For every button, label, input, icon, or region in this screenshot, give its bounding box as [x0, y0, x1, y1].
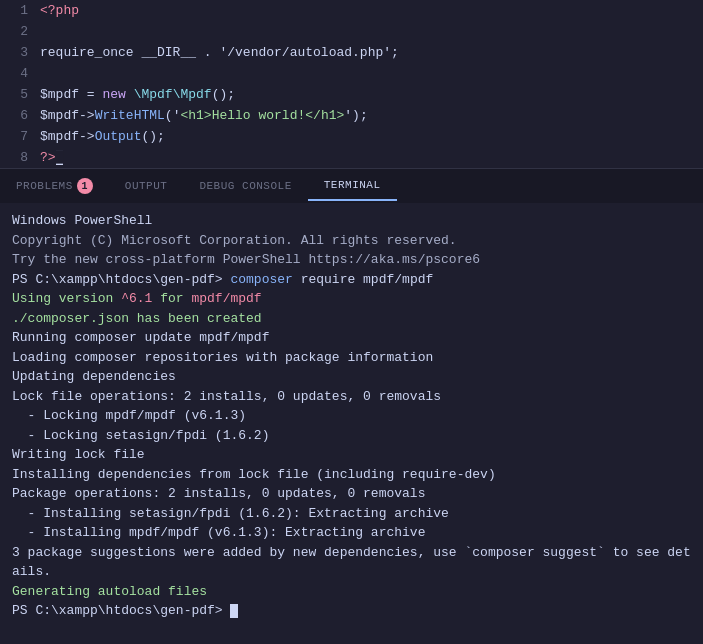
terminal-line: Running composer update mpdf/mpdf: [12, 328, 691, 348]
code-line: 8?>█: [0, 147, 703, 168]
code-line: 2: [0, 21, 703, 42]
terminal-line: Copyright (C) Microsoft Corporation. All…: [12, 231, 691, 251]
panel-tabs-bar: PROBLEMS1OUTPUTDEBUG CONSOLETERMINAL: [0, 168, 703, 203]
line-number: 1: [0, 3, 40, 18]
panel-tab-terminal[interactable]: TERMINAL: [308, 171, 397, 201]
line-content: $mpdf->Output();: [40, 129, 165, 144]
terminal-line: PS C:\xampp\htdocs\gen-pdf> composer req…: [12, 270, 691, 290]
terminal-line: Installing dependencies from lock file (…: [12, 465, 691, 485]
terminal-line: Generating autoload files: [12, 582, 691, 602]
code-line: 7$mpdf->Output();: [0, 126, 703, 147]
terminal-line: Using version ^6.1 for mpdf/mpdf: [12, 289, 691, 309]
terminal-line: Lock file operations: 2 installs, 0 upda…: [12, 387, 691, 407]
code-line: 4: [0, 63, 703, 84]
code-editor: 1<?php23require_once __DIR__ . '/vendor/…: [0, 0, 703, 168]
line-number: 3: [0, 45, 40, 60]
line-number: 5: [0, 87, 40, 102]
terminal-line: Updating dependencies: [12, 367, 691, 387]
terminal-line: 3 package suggestions were added by new …: [12, 543, 691, 582]
panel-tab-problems[interactable]: PROBLEMS1: [0, 170, 109, 202]
terminal-line: Try the new cross-platform PowerShell ht…: [12, 250, 691, 270]
line-content: require_once __DIR__ . '/vendor/autoload…: [40, 45, 399, 60]
line-content: ?>█: [40, 150, 63, 165]
terminal-line: Windows PowerShell: [12, 211, 691, 231]
line-content: <?php: [40, 3, 79, 18]
line-number: 6: [0, 108, 40, 123]
line-content: $mpdf = new \Mpdf\Mpdf();: [40, 87, 235, 102]
terminal-line: - Installing mpdf/mpdf (v6.1.3): Extract…: [12, 523, 691, 543]
terminal-line: - Installing setasign/fpdi (1.6.2): Extr…: [12, 504, 691, 524]
line-number: 7: [0, 129, 40, 144]
terminal-line: ./composer.json has been created: [12, 309, 691, 329]
terminal-line: - Locking setasign/fpdi (1.6.2): [12, 426, 691, 446]
panel-tab-output[interactable]: OUTPUT: [109, 172, 184, 200]
code-line: 1<?php: [0, 0, 703, 21]
terminal-line: Loading composer repositories with packa…: [12, 348, 691, 368]
terminal-line: PS C:\xampp\htdocs\gen-pdf>: [12, 601, 691, 621]
code-line: 3require_once __DIR__ . '/vendor/autoloa…: [0, 42, 703, 63]
terminal-line: Package operations: 2 installs, 0 update…: [12, 484, 691, 504]
terminal-panel[interactable]: Windows PowerShellCopyright (C) Microsof…: [0, 203, 703, 644]
line-number: 2: [0, 24, 40, 39]
line-number: 4: [0, 66, 40, 81]
code-line: 6$mpdf->WriteHTML('<h1>Hello world!</h1>…: [0, 105, 703, 126]
code-line: 5$mpdf = new \Mpdf\Mpdf();: [0, 84, 703, 105]
line-content: $mpdf->WriteHTML('<h1>Hello world!</h1>'…: [40, 108, 368, 123]
terminal-cursor: [230, 604, 238, 618]
panel-tab-debug-console[interactable]: DEBUG CONSOLE: [183, 172, 307, 200]
terminal-line: Writing lock file: [12, 445, 691, 465]
line-number: 8: [0, 150, 40, 165]
terminal-line: - Locking mpdf/mpdf (v6.1.3): [12, 406, 691, 426]
